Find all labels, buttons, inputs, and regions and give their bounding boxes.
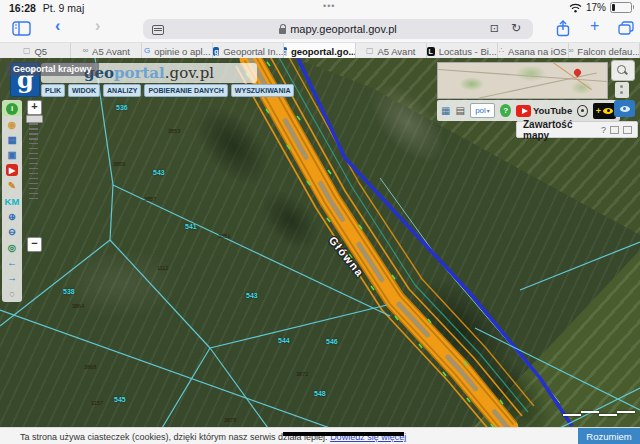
tab-favicon: ▢ [366, 47, 374, 55]
draw-tool[interactable]: ✎ [2, 178, 22, 193]
eye-icon [620, 106, 630, 112]
parcel-number-label: 546 [326, 338, 338, 345]
map-tool-strip: i ◉ ▦ ▣ ▶ ✎ KM ⊕ ⊖ ◎ [2, 100, 22, 302]
survey-point-label: 3878 [224, 417, 236, 423]
globe-tool[interactable]: ◎ [2, 240, 22, 255]
youtube-icon[interactable] [516, 105, 531, 117]
measure-tool[interactable]: KM [2, 193, 22, 208]
menu-item[interactable]: ANALIZY [103, 84, 141, 97]
lock-icon [279, 28, 286, 34]
history-tool[interactable]: ○ [2, 286, 22, 301]
tab-label: Asana na iOS [508, 46, 567, 57]
menu-item[interactable]: WYSZUKIWANIA [231, 84, 295, 97]
new-tab-icon[interactable]: + [590, 17, 599, 35]
tab-label: Falcon defau... [577, 46, 640, 57]
accessibility-icon[interactable] [577, 105, 588, 117]
tab-favicon: ∴ [499, 47, 504, 55]
address-bar[interactable]: mapy.geoportal.gov.pl ⊡ ↻ [143, 19, 533, 39]
contrast-eye-icon [603, 108, 613, 114]
scale-bar [563, 411, 639, 418]
tab-label: opinie o apl... [154, 46, 211, 57]
search-button[interactable] [611, 60, 635, 81]
zoom-in-tool[interactable]: ⊕ [2, 209, 22, 224]
panel-help-icon[interactable]: ? [601, 125, 606, 135]
survey-point-label: 3868 [84, 364, 96, 370]
visibility-button[interactable] [614, 100, 635, 117]
help-icon[interactable]: ? [500, 104, 511, 117]
browser-tab[interactable]: L Locatus - Bi... [427, 43, 498, 59]
tab-label: geoportal.go... [291, 46, 356, 57]
browser-tab[interactable]: ∴ Asana na iOS [498, 43, 569, 59]
back-button[interactable]: ‹ [55, 17, 60, 35]
map-contents-panel[interactable]: Zawartość mapy ? [516, 121, 638, 138]
tab-favicon: ∞ [82, 47, 88, 55]
survey-point-label: 3857 [144, 196, 156, 202]
print-icon[interactable]: ▤ [455, 105, 464, 116]
tab-favicon: ▢ [23, 47, 31, 55]
survey-point-label: 3859 [113, 161, 125, 167]
forward-button[interactable]: › [95, 17, 100, 35]
tab-label: A5 Avant [92, 46, 130, 57]
status-bar: 16:28Pt. 9 maj ••• 17% [0, 0, 640, 16]
zoom-in-button[interactable]: + [27, 100, 42, 115]
menu-item[interactable]: PLIK [41, 84, 65, 97]
survey-point-label: 3851 [218, 233, 230, 239]
panel-close-icon[interactable] [623, 126, 632, 134]
survey-point-label: 1112 [157, 265, 168, 271]
browser-tab[interactable]: ▢ Q5 [0, 43, 71, 59]
tab-favicon: g [284, 47, 286, 56]
parcel-number-label: 536 [116, 104, 128, 111]
zoom-slider-track[interactable] [29, 123, 38, 203]
zoom-out-tool[interactable]: ⊖ [2, 224, 22, 239]
clock: 16:28 [9, 2, 36, 14]
tab-favicon: ∞ [569, 47, 573, 55]
page-menu-icon[interactable] [152, 25, 164, 35]
share-icon[interactable] [556, 20, 570, 37]
parcel-number-label: 538 [63, 288, 75, 295]
browser-tab[interactable]: g Geoportal In... [213, 43, 284, 59]
date: Pt. 9 maj [43, 2, 84, 14]
overview-map-label: Geoportal krajowy [6, 62, 99, 76]
tabs-overview-icon[interactable] [618, 21, 634, 35]
tab-favicon: G [144, 47, 150, 55]
layout-grid-icon[interactable]: ▦ [441, 105, 450, 116]
sidebar-icon[interactable] [12, 21, 31, 36]
battery-percent: 17% [586, 2, 606, 13]
tab-label: Locatus - Bi... [439, 46, 497, 57]
extensions-icon[interactable]: ⊡ [490, 22, 499, 35]
browser-tab[interactable]: g geoportal.go... [284, 43, 355, 59]
tab-label: A5 Avant [377, 46, 415, 57]
reload-icon[interactable]: ↻ [511, 21, 521, 35]
tab-favicon: L [427, 47, 435, 56]
safari-toolbar: ‹ › mapy.geoportal.gov.pl ⊡ ↻ + [0, 16, 640, 42]
panel-handle[interactable] [615, 82, 629, 98]
export-tool[interactable]: ▶ [2, 163, 22, 178]
next-view-tool[interactable]: → [2, 270, 22, 285]
survey-point-label: 3853 [168, 128, 180, 134]
battery-icon [610, 2, 632, 13]
cookie-accept-button[interactable]: Rozumiem [578, 428, 640, 444]
zoom-out-button[interactable]: − [27, 237, 42, 252]
map-frame-tool[interactable]: ▣ [2, 147, 22, 162]
identify-tool[interactable]: ◉ [2, 116, 22, 131]
browser-tab[interactable]: ▢ A5 Avant [356, 43, 427, 59]
youtube-label[interactable]: YouTube [533, 105, 572, 116]
map-viewport[interactable]: 536543541538543544546545548 385338593857… [0, 58, 640, 427]
language-select[interactable]: pol▾ [470, 103, 495, 118]
menu-item[interactable]: WIDOK [68, 84, 100, 97]
high-contrast-toggle[interactable]: + [593, 103, 616, 119]
parcel-number-label: 545 [114, 396, 126, 403]
browser-tab[interactable]: G opinie o apl... [142, 43, 213, 59]
overview-map[interactable] [437, 62, 608, 99]
browser-tab[interactable]: ∞ Falcon defau... [569, 43, 640, 59]
layers-grid-tool[interactable]: ▦ [2, 132, 22, 147]
survey-point-label: 3872 [296, 371, 308, 377]
browser-tab[interactable]: ∞ A5 Avant [71, 43, 142, 59]
zoom-slider-handle[interactable] [26, 115, 43, 123]
panel-minimize-icon[interactable] [610, 126, 619, 134]
url-text: mapy.geoportal.gov.pl [290, 23, 397, 35]
main-menu: PLIKWIDOKANALIZYPOBIERANIE DANYCHWYSZUKI… [41, 84, 294, 97]
info-tool[interactable]: i [2, 101, 22, 116]
previous-view-tool[interactable]: ← [2, 255, 22, 270]
menu-item[interactable]: POBIERANIE DANYCH [144, 84, 227, 97]
